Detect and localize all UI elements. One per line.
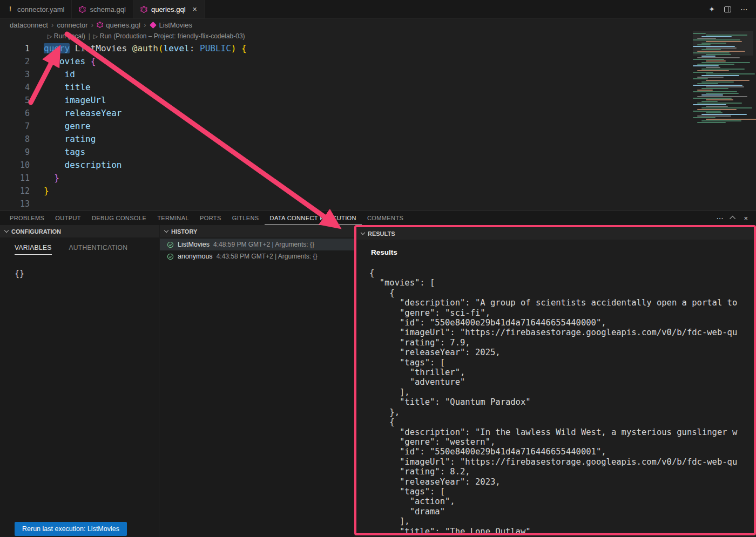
configuration-section: CONFIGURATION VARIABLES AUTHENTICATION {… (0, 225, 159, 537)
codelens-separator: | (89, 32, 90, 40)
line-number: 10 (0, 159, 30, 172)
graphql-icon (97, 22, 103, 28)
breadcrumb-connector[interactable]: connector (57, 21, 88, 29)
run-production-label: Run (Production – Project: friendly-flix… (100, 32, 245, 40)
variables-editor[interactable]: {} (15, 269, 159, 278)
check-circle-icon (167, 241, 174, 248)
panel-tabs: PROBLEMSOUTPUTDEBUG CONSOLETERMINALPORTS… (4, 211, 409, 225)
configuration-header[interactable]: CONFIGURATION (0, 225, 159, 237)
panel-tab-ports[interactable]: PORTS (194, 211, 227, 225)
line-number: 5 (0, 94, 30, 107)
history-header[interactable]: HISTORY (160, 225, 354, 237)
code-line[interactable]: 5 imageUrl (0, 94, 686, 107)
code-line[interactable]: 2 movies { (0, 55, 686, 68)
breadcrumb-separator: › (144, 21, 146, 29)
editor-actions: ✦ ⋯ (708, 0, 756, 18)
graphql-icon (140, 6, 147, 13)
close-icon[interactable]: × (193, 5, 197, 13)
panel-tab-comments[interactable]: COMMENTS (362, 211, 409, 225)
play-icon: ▷ (93, 33, 98, 39)
split-editor-icon[interactable] (724, 6, 731, 12)
code-line[interactable]: 1query ListMovies @auth(level: PUBLIC) { (0, 42, 686, 55)
check-circle-icon (167, 253, 174, 260)
history-list: ListMovies4:48:59 PM GMT+2 | Arguments: … (160, 239, 354, 262)
tab-label: schema.gql (90, 5, 125, 13)
tab-authentication[interactable]: AUTHENTICATION (69, 244, 128, 255)
results-json-viewer[interactable]: { "movies": [ { "description": "A group … (356, 268, 754, 533)
history-item[interactable]: anonymous4:43:58 PM GMT+2 | Arguments: {… (160, 250, 354, 262)
breadcrumb-listmovies[interactable]: ListMovies (159, 21, 192, 29)
history-item[interactable]: ListMovies4:48:59 PM GMT+2 | Arguments: … (160, 239, 354, 250)
run-local-link[interactable]: ▷ Run (local) (48, 32, 85, 40)
line-number: 11 (0, 172, 30, 185)
line-number: 2 (0, 55, 30, 68)
results-json: { "movies": [ { "description": "A group … (369, 268, 754, 533)
history-item-name: ListMovies (178, 241, 210, 248)
codelens: ▷ Run (local)|▷ Run (Production – Projec… (48, 32, 245, 40)
panel-body: CONFIGURATION VARIABLES AUTHENTICATION {… (0, 225, 756, 537)
code-line[interactable]: 8 rating (0, 133, 686, 146)
line-number: 13 (0, 198, 30, 210)
panel-close-icon[interactable]: × (744, 214, 748, 222)
code-editor[interactable]: ▷ Run (local)|▷ Run (Production – Projec… (0, 31, 756, 210)
line-number: 7 (0, 120, 30, 133)
history-item-details: 4:43:58 PM GMT+2 | Arguments: {} (217, 253, 318, 260)
run-production-link[interactable]: ▷ Run (Production – Project: friendly-fl… (93, 32, 245, 40)
configuration-tabs: VARIABLES AUTHENTICATION (0, 237, 159, 255)
panel-tab-terminal[interactable]: TERMINAL (152, 211, 194, 225)
graphql-icon (79, 6, 86, 13)
rerun-button[interactable]: Rerun last execution: ListMovies (15, 522, 127, 536)
panel-tab-output[interactable]: OUTPUT (50, 211, 86, 225)
line-number: 8 (0, 133, 30, 146)
play-icon: ▷ (48, 33, 52, 39)
results-title: RESULTS (368, 230, 395, 237)
history-title: HISTORY (171, 228, 197, 235)
tab-label: connector.yaml (17, 5, 64, 13)
history-section: HISTORY ListMovies4:48:59 PM GMT+2 | Arg… (160, 225, 354, 537)
more-actions-icon[interactable]: ⋯ (740, 5, 748, 13)
vscode-window: ! connector.yaml schema.gql queries.gql … (0, 0, 756, 537)
line-number: 3 (0, 68, 30, 81)
code-line[interactable]: 9 tags (0, 146, 686, 159)
results-header[interactable]: RESULTS (356, 227, 754, 240)
panel-tab-data-connect-execution[interactable]: DATA CONNECT EXECUTION (265, 211, 362, 225)
code-lines: 1query ListMovies @auth(level: PUBLIC) {… (0, 42, 686, 210)
tab-schema-gql[interactable]: schema.gql (72, 0, 133, 18)
panel-tab-problems[interactable]: PROBLEMS (4, 211, 50, 225)
tab-variables[interactable]: VARIABLES (15, 244, 52, 255)
line-number: 9 (0, 146, 30, 159)
results-heading: Results (371, 248, 754, 256)
tab-queries-gql[interactable]: queries.gql × (133, 0, 205, 18)
chevron-down-icon (164, 228, 168, 233)
copilot-sparkle-icon[interactable]: ✦ (708, 5, 715, 13)
panel-tab-gitlens[interactable]: GITLENS (227, 211, 265, 225)
line-number: 6 (0, 107, 30, 120)
panel-actions: ⋯ × (716, 211, 756, 225)
editor-tab-bar: ! connector.yaml schema.gql queries.gql … (0, 0, 756, 19)
history-item-details: 4:48:59 PM GMT+2 | Arguments: {} (213, 241, 314, 248)
bottom-panel: PROBLEMSOUTPUTDEBUG CONSOLETERMINALPORTS… (0, 210, 756, 537)
code-line[interactable]: 12} (0, 185, 686, 198)
breadcrumb: dataconnect › connector › queries.gql › … (0, 19, 756, 31)
panel-maximize-icon[interactable] (730, 216, 735, 222)
code-line[interactable]: 6 releaseYear (0, 107, 686, 120)
code-line[interactable]: 10 description (0, 159, 686, 172)
code-line[interactable]: 3 id (0, 68, 686, 81)
results-section: RESULTS Results { "movies": [ { "descrip… (354, 225, 756, 535)
code-line[interactable]: 7 genre (0, 120, 686, 133)
operation-symbol-icon (150, 22, 157, 29)
configuration-title: CONFIGURATION (11, 228, 61, 235)
panel-more-icon[interactable]: ⋯ (716, 214, 723, 222)
line-number: 4 (0, 81, 30, 94)
panel-tab-debug-console[interactable]: DEBUG CONSOLE (86, 211, 152, 225)
panel-tab-bar: PROBLEMSOUTPUTDEBUG CONSOLETERMINALPORTS… (0, 211, 756, 225)
minimap[interactable] (693, 31, 753, 131)
tab-connector-yaml[interactable]: ! connector.yaml (0, 0, 72, 18)
history-item-name: anonymous (178, 253, 213, 260)
code-line[interactable]: 13 (0, 198, 686, 210)
code-line[interactable]: 11 } (0, 172, 686, 185)
code-line[interactable]: 4 title (0, 81, 686, 94)
breadcrumb-queries-gql[interactable]: queries.gql (106, 21, 140, 29)
breadcrumb-dataconnect[interactable]: dataconnect (10, 21, 48, 29)
tab-label: queries.gql (151, 5, 186, 13)
